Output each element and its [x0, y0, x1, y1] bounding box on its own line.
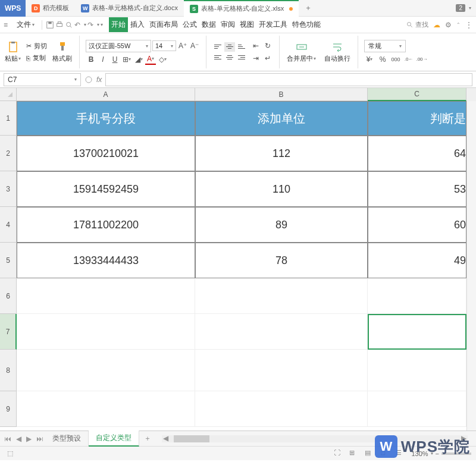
qat-undo-icon[interactable]: ↶ — [74, 21, 83, 29]
align-right-button[interactable] — [236, 53, 247, 62]
select-all-corner[interactable] — [0, 88, 17, 101]
font-name-select[interactable]: 汉仪正圆-55W▾ — [86, 40, 151, 52]
cell[interactable]: 89 — [195, 207, 368, 243]
cell[interactable]: 49 — [368, 243, 466, 278]
record-macro-icon[interactable]: ⬚ — [7, 450, 13, 457]
qat-save-icon[interactable] — [46, 21, 54, 29]
cancel-icon[interactable] — [84, 76, 93, 84]
vertical-scrollbar[interactable] — [466, 101, 476, 431]
undo-dropdown-icon[interactable]: ▾ — [84, 22, 86, 27]
cell[interactable]: 110 — [195, 171, 368, 207]
cell[interactable] — [368, 314, 466, 350]
cell[interactable] — [368, 278, 466, 314]
ribbon-tab-data[interactable]: 数据 — [199, 17, 218, 32]
ribbon-tab-formulas[interactable]: 公式 — [180, 17, 199, 32]
increase-decimal-button[interactable]: .00→ — [416, 54, 427, 65]
redo-dropdown-icon[interactable]: ▾ — [97, 22, 99, 27]
align-top-button[interactable] — [212, 42, 223, 52]
format-painter-button[interactable]: 格式刷 — [51, 40, 73, 64]
align-center-button[interactable] — [224, 53, 235, 62]
percent-button[interactable]: % — [377, 54, 388, 65]
cell[interactable]: 53 — [368, 171, 466, 207]
collapse-ribbon-icon[interactable]: ⌃ — [456, 22, 461, 27]
row-header[interactable]: 9 — [0, 391, 17, 427]
share-icon[interactable]: ⚙ — [445, 21, 452, 29]
tab-docx[interactable]: W 表格-单元格格式-自定义.docx — [75, 0, 184, 17]
cell[interactable] — [368, 350, 466, 391]
cell[interactable]: 手机号分段 — [17, 101, 195, 136]
more-icon[interactable]: ⋮ — [465, 21, 472, 29]
cut-button[interactable]: ✂剪切 — [26, 41, 48, 51]
cell[interactable] — [17, 350, 195, 391]
tab-counter[interactable]: 2 — [456, 4, 465, 12]
qat-redo-icon[interactable]: ↷ — [87, 21, 96, 29]
file-menu[interactable]: 文件▾ — [13, 18, 38, 31]
ribbon-tab-home[interactable]: 开始 — [109, 17, 128, 32]
cell[interactable]: 判断是 — [368, 101, 466, 136]
cell[interactable]: 64 — [368, 136, 466, 171]
cell[interactable] — [195, 314, 368, 350]
cell[interactable] — [17, 278, 195, 314]
row-header[interactable]: 4 — [0, 207, 17, 243]
font-size-select[interactable]: 14▾ — [152, 40, 176, 51]
row-header[interactable]: 7 — [0, 314, 17, 350]
sheet-nav-first[interactable]: ⏮ — [2, 433, 13, 444]
name-box[interactable]: C7▾ — [4, 73, 81, 86]
qat-print-icon[interactable] — [55, 21, 64, 29]
row-header[interactable]: 1 — [0, 101, 17, 136]
tab-xlsx[interactable]: S 表格-单元格格式-自定义.xlsx — [184, 0, 299, 17]
italic-button[interactable]: I — [98, 54, 108, 65]
paste-button[interactable]: 粘贴▾ — [4, 40, 22, 64]
col-header-a[interactable]: A — [17, 88, 195, 101]
row-header[interactable]: 6 — [0, 278, 17, 314]
decrease-font-button[interactable]: A⁻ — [189, 40, 200, 51]
sheet-nav-next[interactable]: ▶ — [24, 433, 33, 444]
col-header-b[interactable]: B — [195, 88, 368, 101]
fill-color-button[interactable]: ◢▾ — [133, 54, 144, 65]
chevron-down-icon[interactable]: ▾ — [469, 5, 471, 11]
qat-customize-icon[interactable]: ▾ — [101, 22, 103, 27]
wrap-text-button[interactable]: 自动换行 — [323, 40, 352, 64]
hamburger-icon[interactable]: ≡ — [4, 21, 12, 29]
cell[interactable] — [368, 391, 466, 427]
cell[interactable] — [195, 391, 368, 427]
cell[interactable]: 60 — [368, 207, 466, 243]
orientation-button[interactable]: ↻ — [262, 40, 273, 51]
clear-format-button[interactable]: ◇▾ — [157, 54, 168, 65]
underline-button[interactable]: U — [109, 54, 120, 65]
page-layout-icon[interactable]: ▤ — [365, 449, 374, 458]
cell[interactable] — [17, 391, 195, 427]
search-box[interactable]: 查找 — [406, 20, 428, 29]
ribbon-tab-devtools[interactable]: 开发工具 — [256, 17, 290, 32]
new-tab-button[interactable]: ＋ — [299, 3, 318, 13]
cell[interactable]: 13933444433 — [17, 243, 195, 278]
bold-button[interactable]: B — [86, 54, 96, 65]
cell[interactable] — [195, 278, 368, 314]
col-header-c[interactable]: C — [368, 88, 466, 101]
ribbon-tab-special[interactable]: 特色功能 — [290, 17, 323, 32]
formula-input[interactable] — [105, 73, 472, 86]
cloud-icon[interactable]: ☁ — [433, 21, 440, 29]
ribbon-tab-insert[interactable]: 插入 — [128, 17, 147, 32]
increase-indent-button[interactable]: ⇥ — [250, 53, 261, 64]
row-header[interactable]: 8 — [0, 350, 17, 391]
ribbon-tab-review[interactable]: 审阅 — [218, 17, 237, 32]
align-middle-button[interactable] — [224, 42, 235, 52]
cell[interactable]: 15914592459 — [17, 171, 195, 207]
scrollbar-thumb[interactable] — [174, 435, 209, 442]
decrease-indent-button[interactable]: ⇤ — [250, 40, 261, 51]
align-left-button[interactable] — [212, 53, 223, 62]
cell[interactable]: 添加单位 — [195, 101, 368, 136]
cell[interactable] — [195, 350, 368, 391]
ribbon-tab-page-layout[interactable]: 页面布局 — [147, 17, 180, 32]
fullscreen-icon[interactable]: ⛶ — [334, 449, 343, 458]
cell[interactable]: 112 — [195, 136, 368, 171]
align-bottom-button[interactable] — [236, 42, 247, 52]
cell[interactable]: 17811002200 — [17, 207, 195, 243]
cell[interactable]: 13700210021 — [17, 136, 195, 171]
increase-font-button[interactable]: A⁺ — [177, 40, 188, 51]
merge-center-button[interactable]: 合并居中▾ — [286, 40, 317, 64]
cell[interactable]: 78 — [195, 243, 368, 278]
decrease-decimal-button[interactable]: .0← — [403, 54, 414, 65]
sheet-nav-last[interactable]: ⏭ — [35, 433, 45, 444]
